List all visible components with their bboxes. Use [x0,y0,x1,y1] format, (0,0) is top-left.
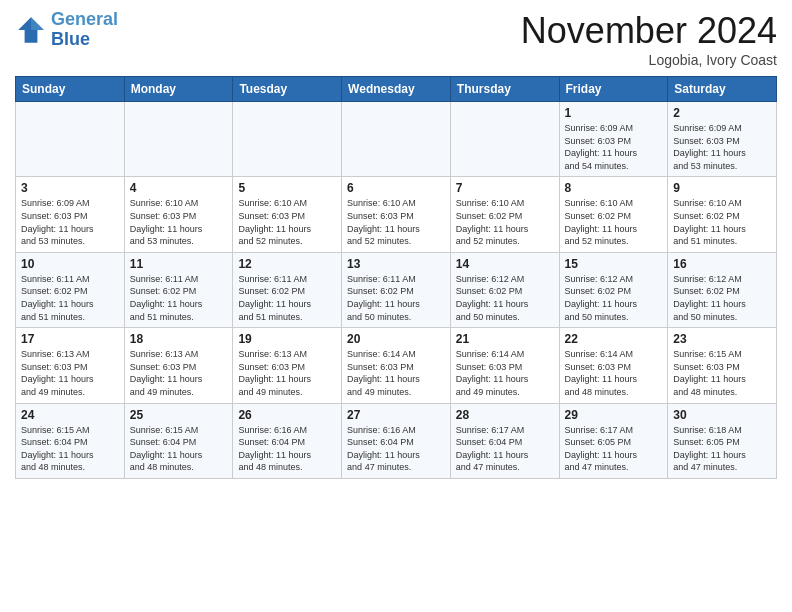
day-number: 2 [673,106,771,120]
day-number: 3 [21,181,119,195]
calendar-cell: 23Sunrise: 6:15 AM Sunset: 6:03 PM Dayli… [668,328,777,403]
calendar-week-1: 1Sunrise: 6:09 AM Sunset: 6:03 PM Daylig… [16,102,777,177]
day-number: 11 [130,257,228,271]
day-info: Sunrise: 6:12 AM Sunset: 6:02 PM Dayligh… [565,273,663,323]
calendar-cell: 8Sunrise: 6:10 AM Sunset: 6:02 PM Daylig… [559,177,668,252]
weekday-header-thursday: Thursday [450,77,559,102]
day-info: Sunrise: 6:16 AM Sunset: 6:04 PM Dayligh… [238,424,336,474]
day-number: 7 [456,181,554,195]
day-number: 26 [238,408,336,422]
day-number: 21 [456,332,554,346]
logo-text: General Blue [51,10,118,50]
day-number: 17 [21,332,119,346]
day-number: 10 [21,257,119,271]
calendar-cell [124,102,233,177]
day-info: Sunrise: 6:09 AM Sunset: 6:03 PM Dayligh… [21,197,119,247]
day-number: 1 [565,106,663,120]
calendar-cell [16,102,125,177]
month-title: November 2024 [521,10,777,52]
day-number: 30 [673,408,771,422]
calendar-cell: 20Sunrise: 6:14 AM Sunset: 6:03 PM Dayli… [342,328,451,403]
day-number: 8 [565,181,663,195]
day-info: Sunrise: 6:13 AM Sunset: 6:03 PM Dayligh… [21,348,119,398]
calendar-cell: 10Sunrise: 6:11 AM Sunset: 6:02 PM Dayli… [16,252,125,327]
day-info: Sunrise: 6:11 AM Sunset: 6:02 PM Dayligh… [347,273,445,323]
calendar-cell [233,102,342,177]
calendar-week-5: 24Sunrise: 6:15 AM Sunset: 6:04 PM Dayli… [16,403,777,478]
calendar-cell: 2Sunrise: 6:09 AM Sunset: 6:03 PM Daylig… [668,102,777,177]
day-info: Sunrise: 6:12 AM Sunset: 6:02 PM Dayligh… [456,273,554,323]
calendar-cell: 5Sunrise: 6:10 AM Sunset: 6:03 PM Daylig… [233,177,342,252]
day-info: Sunrise: 6:13 AM Sunset: 6:03 PM Dayligh… [238,348,336,398]
day-info: Sunrise: 6:14 AM Sunset: 6:03 PM Dayligh… [456,348,554,398]
day-number: 5 [238,181,336,195]
calendar-week-3: 10Sunrise: 6:11 AM Sunset: 6:02 PM Dayli… [16,252,777,327]
page: General Blue November 2024 Logobia, Ivor… [0,0,792,489]
day-info: Sunrise: 6:16 AM Sunset: 6:04 PM Dayligh… [347,424,445,474]
weekday-header-friday: Friday [559,77,668,102]
calendar-cell [450,102,559,177]
day-info: Sunrise: 6:14 AM Sunset: 6:03 PM Dayligh… [565,348,663,398]
calendar-cell: 18Sunrise: 6:13 AM Sunset: 6:03 PM Dayli… [124,328,233,403]
day-info: Sunrise: 6:11 AM Sunset: 6:02 PM Dayligh… [238,273,336,323]
calendar-cell: 3Sunrise: 6:09 AM Sunset: 6:03 PM Daylig… [16,177,125,252]
day-info: Sunrise: 6:11 AM Sunset: 6:02 PM Dayligh… [130,273,228,323]
calendar-cell: 11Sunrise: 6:11 AM Sunset: 6:02 PM Dayli… [124,252,233,327]
logo-general: General [51,9,118,29]
calendar-cell: 1Sunrise: 6:09 AM Sunset: 6:03 PM Daylig… [559,102,668,177]
day-info: Sunrise: 6:15 AM Sunset: 6:03 PM Dayligh… [673,348,771,398]
day-info: Sunrise: 6:10 AM Sunset: 6:03 PM Dayligh… [347,197,445,247]
calendar-cell: 30Sunrise: 6:18 AM Sunset: 6:05 PM Dayli… [668,403,777,478]
calendar-week-4: 17Sunrise: 6:13 AM Sunset: 6:03 PM Dayli… [16,328,777,403]
day-info: Sunrise: 6:10 AM Sunset: 6:03 PM Dayligh… [238,197,336,247]
calendar-cell: 15Sunrise: 6:12 AM Sunset: 6:02 PM Dayli… [559,252,668,327]
weekday-header-row: SundayMondayTuesdayWednesdayThursdayFrid… [16,77,777,102]
calendar-week-2: 3Sunrise: 6:09 AM Sunset: 6:03 PM Daylig… [16,177,777,252]
day-number: 9 [673,181,771,195]
day-info: Sunrise: 6:10 AM Sunset: 6:02 PM Dayligh… [565,197,663,247]
calendar-cell: 12Sunrise: 6:11 AM Sunset: 6:02 PM Dayli… [233,252,342,327]
day-info: Sunrise: 6:15 AM Sunset: 6:04 PM Dayligh… [130,424,228,474]
day-info: Sunrise: 6:11 AM Sunset: 6:02 PM Dayligh… [21,273,119,323]
calendar-cell: 9Sunrise: 6:10 AM Sunset: 6:02 PM Daylig… [668,177,777,252]
day-number: 24 [21,408,119,422]
day-number: 16 [673,257,771,271]
day-info: Sunrise: 6:09 AM Sunset: 6:03 PM Dayligh… [673,122,771,172]
day-number: 22 [565,332,663,346]
weekday-header-wednesday: Wednesday [342,77,451,102]
calendar-cell [342,102,451,177]
day-number: 6 [347,181,445,195]
day-info: Sunrise: 6:12 AM Sunset: 6:02 PM Dayligh… [673,273,771,323]
logo-blue: Blue [51,29,90,49]
calendar-cell: 7Sunrise: 6:10 AM Sunset: 6:02 PM Daylig… [450,177,559,252]
header: General Blue November 2024 Logobia, Ivor… [15,10,777,68]
day-info: Sunrise: 6:14 AM Sunset: 6:03 PM Dayligh… [347,348,445,398]
title-block: November 2024 Logobia, Ivory Coast [521,10,777,68]
calendar-cell: 26Sunrise: 6:16 AM Sunset: 6:04 PM Dayli… [233,403,342,478]
day-info: Sunrise: 6:09 AM Sunset: 6:03 PM Dayligh… [565,122,663,172]
calendar-cell: 24Sunrise: 6:15 AM Sunset: 6:04 PM Dayli… [16,403,125,478]
calendar-cell: 19Sunrise: 6:13 AM Sunset: 6:03 PM Dayli… [233,328,342,403]
weekday-header-saturday: Saturday [668,77,777,102]
calendar-table: SundayMondayTuesdayWednesdayThursdayFrid… [15,76,777,479]
calendar-cell: 25Sunrise: 6:15 AM Sunset: 6:04 PM Dayli… [124,403,233,478]
calendar-cell: 16Sunrise: 6:12 AM Sunset: 6:02 PM Dayli… [668,252,777,327]
location: Logobia, Ivory Coast [521,52,777,68]
day-info: Sunrise: 6:13 AM Sunset: 6:03 PM Dayligh… [130,348,228,398]
weekday-header-sunday: Sunday [16,77,125,102]
logo-icon [15,14,47,46]
day-number: 23 [673,332,771,346]
calendar-cell: 13Sunrise: 6:11 AM Sunset: 6:02 PM Dayli… [342,252,451,327]
svg-marker-1 [31,17,44,30]
logo: General Blue [15,10,118,50]
day-number: 15 [565,257,663,271]
day-info: Sunrise: 6:15 AM Sunset: 6:04 PM Dayligh… [21,424,119,474]
day-info: Sunrise: 6:17 AM Sunset: 6:04 PM Dayligh… [456,424,554,474]
weekday-header-monday: Monday [124,77,233,102]
day-number: 19 [238,332,336,346]
weekday-header-tuesday: Tuesday [233,77,342,102]
day-number: 25 [130,408,228,422]
day-info: Sunrise: 6:17 AM Sunset: 6:05 PM Dayligh… [565,424,663,474]
day-info: Sunrise: 6:18 AM Sunset: 6:05 PM Dayligh… [673,424,771,474]
calendar-cell: 22Sunrise: 6:14 AM Sunset: 6:03 PM Dayli… [559,328,668,403]
